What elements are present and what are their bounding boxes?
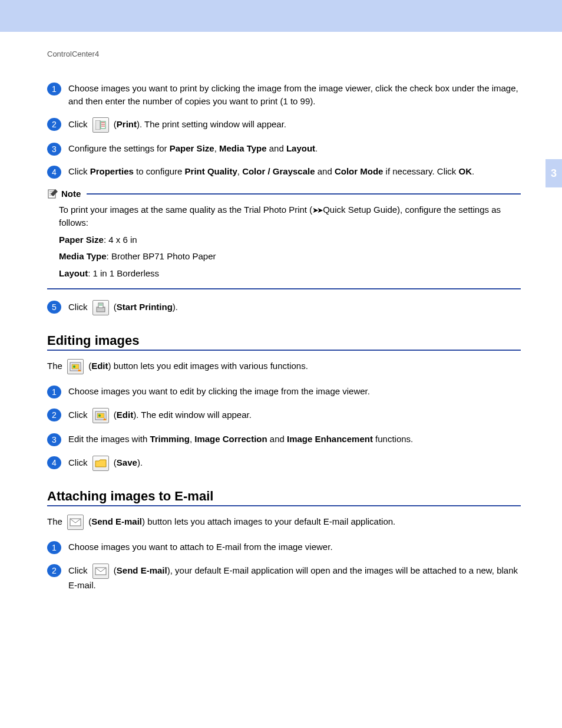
note-rule bbox=[87, 193, 521, 195]
svg-marker-22 bbox=[95, 460, 106, 467]
edit-step-4: 4 Click (Save). bbox=[47, 456, 521, 471]
text: Click bbox=[68, 118, 90, 129]
edit-step-2: 2 Click (Edit). The edit window will app… bbox=[47, 408, 521, 423]
arrow-icon: ➤➤ bbox=[312, 206, 322, 215]
note-pencil-icon bbox=[47, 188, 59, 200]
email-step-1: 1 Choose images you want to attach to E-… bbox=[47, 541, 521, 554]
bold: Save bbox=[117, 457, 137, 467]
text: ) button lets you attach images to your … bbox=[142, 516, 395, 526]
text: : 1 in 1 Borderless bbox=[88, 268, 159, 278]
send-email-icon bbox=[92, 564, 109, 579]
top-band bbox=[0, 0, 562, 32]
step-number-icon: 3 bbox=[47, 143, 61, 156]
text: To print your images at the same quality… bbox=[59, 205, 312, 215]
bold: Image Enhancement bbox=[287, 434, 373, 444]
bold: Layout bbox=[286, 143, 315, 153]
text: and bbox=[267, 434, 287, 444]
bold: Edit bbox=[117, 410, 133, 420]
text: The bbox=[47, 361, 65, 371]
text: functions. bbox=[373, 434, 413, 444]
step-text: Click (Print). The print setting window … bbox=[68, 117, 521, 133]
step-3: 3 Configure the settings for Paper Size,… bbox=[47, 142, 521, 156]
bold: Properties bbox=[90, 166, 134, 176]
text: The bbox=[47, 516, 65, 526]
bold: Image Correction bbox=[194, 434, 267, 444]
text: , bbox=[237, 166, 242, 176]
step-text: Configure the settings for Paper Size, M… bbox=[68, 142, 521, 155]
text: and bbox=[267, 143, 286, 153]
note-setting: Media Type: Brother BP71 Photo Paper bbox=[59, 250, 521, 263]
text: to configure bbox=[134, 166, 185, 176]
text: Click bbox=[68, 565, 90, 575]
step-number-icon: 2 bbox=[47, 118, 61, 131]
bold: Print Quality bbox=[185, 166, 237, 176]
bold: Color Mode bbox=[335, 166, 384, 176]
section-heading-email: Attaching images to E-mail bbox=[47, 489, 521, 506]
text: and bbox=[315, 166, 335, 176]
step-number-icon: 5 bbox=[47, 301, 61, 314]
text: , bbox=[190, 434, 194, 444]
bold: Layout bbox=[59, 268, 88, 278]
section-intro: The (Send E-mail) button lets you attach… bbox=[47, 515, 521, 530]
text: Click bbox=[68, 302, 90, 312]
section-intro: The (Edit) button lets you edit images w… bbox=[47, 359, 521, 374]
bold: Paper Size bbox=[59, 235, 104, 245]
text: if necessary. Click bbox=[383, 166, 458, 176]
bold: Start Printing bbox=[117, 302, 173, 312]
step-number-icon: 3 bbox=[47, 433, 61, 446]
step-1: 1 Choose images you want to print by cli… bbox=[47, 82, 521, 108]
bold: Color / Grayscale bbox=[242, 166, 315, 176]
step-4: 4 Click Properties to configure Print Qu… bbox=[47, 165, 521, 179]
step-text: Click (Send E-mail), your default E-mail… bbox=[68, 564, 521, 592]
note-line: To print your images at the same quality… bbox=[59, 203, 521, 230]
send-email-icon bbox=[67, 515, 84, 530]
email-step-2: 2 Click (Send E-mail), your default E-ma… bbox=[47, 564, 521, 592]
svg-rect-0 bbox=[95, 120, 100, 130]
text: ). The print setting window will appear. bbox=[137, 118, 286, 129]
step-number-icon: 4 bbox=[47, 166, 61, 179]
text: Edit the images with bbox=[68, 434, 150, 444]
step-number-icon: 1 bbox=[47, 386, 61, 398]
bold: Media Type bbox=[219, 143, 267, 153]
step-number-icon: 1 bbox=[47, 541, 61, 554]
step-text: Click Properties to configure Print Qual… bbox=[68, 165, 521, 178]
bold: Paper Size bbox=[170, 143, 214, 153]
note-title: Note bbox=[61, 189, 81, 199]
edit-step-1: 1 Choose images you want to edit by clic… bbox=[47, 385, 521, 398]
step-text: Choose images you want to edit by clicki… bbox=[68, 385, 521, 398]
bold: Edit bbox=[91, 361, 108, 371]
bold: OK bbox=[459, 166, 472, 176]
section-heading-editing: Editing images bbox=[47, 333, 521, 351]
note-block: Note To print your images at the same qu… bbox=[47, 188, 521, 290]
step-text: Choose images you want to attach to E-ma… bbox=[68, 541, 521, 554]
running-header: ControlCenter4 bbox=[47, 50, 521, 58]
bold: Send E-mail bbox=[91, 516, 142, 526]
text: . bbox=[472, 166, 474, 176]
bold: Trimming bbox=[150, 434, 190, 444]
edit-icon bbox=[67, 359, 84, 374]
edit-step-3: 3 Edit the images with Trimming, Image C… bbox=[47, 433, 521, 446]
note-setting: Paper Size: 4 x 6 in bbox=[59, 233, 521, 247]
step-text: Click (Save). bbox=[68, 456, 521, 471]
text: , bbox=[214, 143, 219, 153]
step-number-icon: 2 bbox=[47, 564, 61, 577]
edit-icon bbox=[92, 408, 109, 423]
step-text: Click (Edit). The edit window will appea… bbox=[68, 408, 521, 423]
svg-point-16 bbox=[73, 365, 75, 368]
note-rule bbox=[47, 288, 521, 289]
step-number-icon: 4 bbox=[47, 456, 61, 469]
step-text: Edit the images with Trimming, Image Cor… bbox=[68, 433, 521, 446]
step-5: 5 Click (Start Printing). bbox=[47, 300, 521, 315]
text: ). The edit window will appear. bbox=[133, 410, 252, 420]
text: Configure the settings for bbox=[68, 143, 170, 153]
page-content: ControlCenter4 1 Choose images you want … bbox=[0, 32, 562, 592]
text: ) button lets you edit images with vario… bbox=[108, 361, 308, 371]
text: Click bbox=[68, 410, 90, 420]
step-text: Choose images you want to print by click… bbox=[68, 82, 521, 108]
note-setting: Layout: 1 in 1 Borderless bbox=[59, 267, 521, 281]
print-icon bbox=[92, 117, 109, 133]
print-label: Print bbox=[117, 118, 137, 129]
text: Click bbox=[68, 166, 90, 176]
step-number-icon: 2 bbox=[47, 409, 61, 421]
text: . bbox=[315, 143, 318, 153]
